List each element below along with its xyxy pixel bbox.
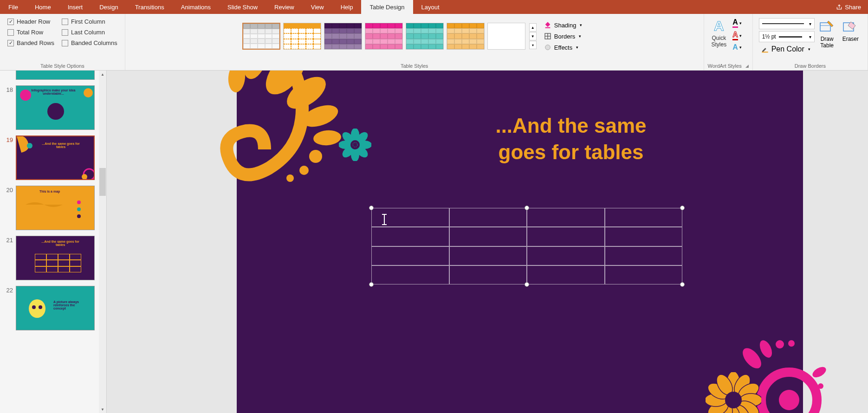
menu-file[interactable]: File bbox=[0, 0, 26, 14]
table-style-7[interactable] bbox=[487, 23, 525, 50]
slide-number: 18 bbox=[4, 85, 13, 93]
menu-animations[interactable]: Animations bbox=[173, 0, 219, 14]
menu-layout[interactable]: Layout bbox=[413, 0, 448, 14]
check-first-column[interactable]: First Column bbox=[62, 18, 117, 25]
menu-review[interactable]: Review bbox=[266, 0, 303, 14]
checkbox-icon bbox=[7, 29, 14, 36]
table-cell[interactable] bbox=[605, 208, 683, 227]
text-effects-button[interactable]: A▾ bbox=[732, 43, 742, 52]
table-cell[interactable] bbox=[449, 227, 527, 246]
slide-table-object[interactable] bbox=[371, 208, 682, 284]
svg-point-63 bbox=[725, 392, 742, 408]
svg-point-44 bbox=[779, 390, 799, 410]
pen-color-button[interactable]: Pen Color ▾ bbox=[759, 44, 815, 54]
table-cell[interactable] bbox=[527, 227, 605, 246]
menu-design[interactable]: Design bbox=[91, 0, 126, 14]
thumbnail-scrollbar[interactable]: ▲ ▼ bbox=[99, 71, 106, 413]
text-fill-button[interactable]: A▾ bbox=[732, 18, 742, 28]
text-cursor-icon bbox=[384, 214, 385, 225]
svg-rect-7 bbox=[762, 52, 768, 52]
scroll-down-button[interactable]: ▼ bbox=[99, 406, 106, 413]
check-last-column[interactable]: Last Column bbox=[62, 29, 117, 36]
svg-point-29 bbox=[286, 174, 294, 182]
svg-point-12 bbox=[20, 90, 31, 101]
table-cell[interactable] bbox=[449, 265, 527, 284]
slide-thumb-18[interactable]: Infographics make your idea understable.… bbox=[16, 85, 95, 130]
table-style-6[interactable] bbox=[447, 23, 485, 50]
share-button[interactable]: Share bbox=[829, 0, 868, 14]
svg-point-4 bbox=[545, 45, 550, 50]
table-style-1[interactable] bbox=[242, 23, 280, 50]
resize-handle[interactable] bbox=[525, 282, 529, 287]
eraser-button[interactable]: Eraser bbox=[840, 18, 862, 54]
table-style-5[interactable] bbox=[406, 23, 444, 50]
svg-point-27 bbox=[309, 150, 322, 163]
check-banded-rows[interactable]: ✓ Banded Rows bbox=[7, 39, 54, 46]
effects-button[interactable]: Effects ▾ bbox=[542, 43, 584, 52]
menu-home[interactable]: Home bbox=[26, 0, 59, 14]
pen-weight-select[interactable]: 1½ pt bbox=[759, 31, 815, 42]
gallery-more[interactable]: ▾ bbox=[529, 41, 537, 49]
table-cell[interactable] bbox=[371, 227, 449, 246]
menu-slide-show[interactable]: Slide Show bbox=[219, 0, 266, 14]
group-wordart-styles: A Quick Styles A▾ A▾ A▾ WordArt Styles ◢ bbox=[704, 14, 753, 70]
scroll-up-button[interactable]: ▲ bbox=[99, 71, 106, 78]
slide-thumb-19[interactable]: ...And the same goes for tables bbox=[16, 136, 95, 180]
svg-point-47 bbox=[776, 340, 784, 348]
svg-point-50 bbox=[818, 383, 823, 389]
menu-table-design[interactable]: Table Design bbox=[361, 0, 413, 14]
table-cell[interactable] bbox=[527, 265, 605, 284]
check-total-row[interactable]: Total Row bbox=[7, 29, 54, 36]
check-banded-columns[interactable]: Banded Columns bbox=[62, 39, 117, 46]
text-outline-button[interactable]: A▾ bbox=[732, 31, 742, 40]
table-cell[interactable] bbox=[527, 246, 605, 265]
slide-thumb-21[interactable]: ...And the same goes for tables bbox=[16, 236, 95, 280]
flower-decoration-icon bbox=[339, 129, 371, 161]
svg-point-17 bbox=[77, 200, 81, 204]
gallery-up[interactable]: ▲ bbox=[529, 23, 537, 32]
slide-thumb-17-partial[interactable] bbox=[16, 71, 95, 80]
menu-help[interactable]: Help bbox=[332, 0, 362, 14]
table-cell[interactable] bbox=[605, 227, 683, 246]
check-header-row[interactable]: ✓ Header Row bbox=[7, 18, 54, 25]
draw-table-button[interactable]: Draw Table bbox=[816, 18, 838, 54]
slide-number: 21 bbox=[4, 236, 13, 244]
group-table-styles: ▲ ▼ ▾ Shading ▾ Borders ▾ bbox=[125, 14, 704, 70]
slide-canvas[interactable]: ...And the same goes for tables bbox=[107, 71, 868, 413]
table-cell[interactable] bbox=[605, 265, 683, 284]
resize-handle[interactable] bbox=[369, 282, 374, 287]
scrollbar-thumb[interactable] bbox=[99, 168, 106, 196]
table-cell[interactable] bbox=[449, 246, 527, 265]
dialog-launcher-icon[interactable]: ◢ bbox=[745, 64, 749, 68]
quick-styles-button[interactable]: A bbox=[714, 18, 724, 34]
checkbox-icon bbox=[62, 40, 68, 46]
table-cell[interactable] bbox=[371, 246, 449, 265]
gallery-down[interactable]: ▼ bbox=[529, 32, 537, 40]
group-label: WordArt Styles ◢ bbox=[708, 62, 749, 70]
table-cell[interactable] bbox=[371, 265, 449, 284]
table-style-2[interactable] bbox=[283, 23, 321, 50]
slide-number: 19 bbox=[4, 136, 13, 143]
current-slide[interactable]: ...And the same goes for tables bbox=[237, 71, 803, 413]
slide-thumbnail-panel: 18 Infographics make your idea understab… bbox=[0, 71, 107, 413]
table-cell[interactable] bbox=[605, 246, 683, 265]
borders-button[interactable]: Borders ▾ bbox=[542, 32, 584, 41]
menu-view[interactable]: View bbox=[303, 0, 332, 14]
slide-title[interactable]: ...And the same goes for tables bbox=[422, 112, 719, 165]
table-cell[interactable] bbox=[449, 208, 527, 227]
table-style-4[interactable] bbox=[365, 23, 403, 50]
svg-point-18 bbox=[77, 207, 81, 211]
resize-handle[interactable] bbox=[680, 206, 685, 210]
resize-handle[interactable] bbox=[369, 206, 374, 210]
slide-thumb-22[interactable]: A picture always reinforces the concept bbox=[16, 286, 95, 330]
table-style-3[interactable] bbox=[324, 23, 362, 50]
menu-insert[interactable]: Insert bbox=[59, 0, 91, 14]
svg-point-46 bbox=[758, 338, 775, 360]
menu-transitions[interactable]: Transitions bbox=[127, 0, 173, 14]
pen-style-select[interactable] bbox=[759, 18, 815, 29]
resize-handle[interactable] bbox=[680, 282, 685, 287]
slide-thumb-20[interactable]: This is a map bbox=[16, 186, 95, 230]
shading-button[interactable]: Shading ▾ bbox=[542, 20, 584, 30]
table-cell[interactable] bbox=[527, 208, 605, 227]
resize-handle[interactable] bbox=[525, 206, 529, 210]
